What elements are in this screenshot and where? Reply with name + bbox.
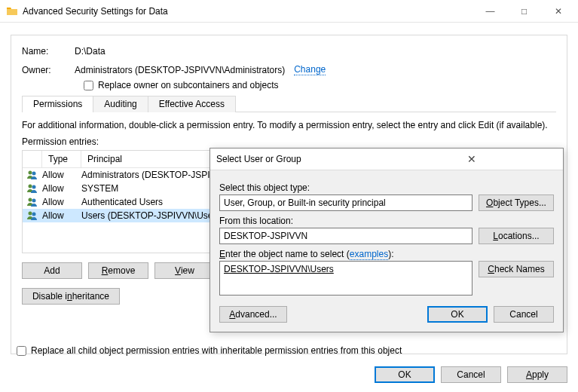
advanced-button[interactable]: Advanced... bbox=[219, 306, 287, 323]
svg-point-1 bbox=[32, 172, 36, 176]
view-button[interactable]: View bbox=[154, 262, 215, 279]
change-owner-link[interactable]: Change bbox=[294, 64, 326, 75]
remove-button[interactable]: Remove bbox=[88, 262, 148, 279]
disable-inheritance-button[interactable]: Disable inheritance bbox=[22, 288, 120, 305]
row-type: Allow bbox=[42, 183, 81, 194]
object-type-label: Select this object type: bbox=[219, 182, 554, 193]
people-icon bbox=[23, 169, 42, 181]
locations-button[interactable]: Locations... bbox=[479, 228, 554, 244]
object-name-field[interactable] bbox=[219, 261, 472, 296]
header-type[interactable]: Type bbox=[42, 151, 81, 167]
name-value: D:\Data bbox=[75, 46, 106, 57]
object-type-field[interactable] bbox=[219, 194, 472, 211]
ok-button[interactable]: OK bbox=[375, 366, 435, 383]
replace-all-label: Replace all child object permission entr… bbox=[31, 345, 402, 356]
tab-effective-access[interactable]: Effective Access bbox=[148, 96, 236, 112]
name-label: Name: bbox=[22, 46, 75, 57]
svg-point-2 bbox=[29, 185, 32, 188]
window-title: Advanced Security Settings for Data bbox=[23, 6, 473, 17]
tab-auditing[interactable]: Auditing bbox=[93, 96, 148, 112]
main-window-titlebar: Advanced Security Settings for Data — □ … bbox=[0, 0, 578, 23]
people-icon bbox=[23, 182, 42, 194]
tab-row: Permissions Auditing Effective Access bbox=[22, 95, 556, 112]
location-label: From this location: bbox=[219, 216, 554, 226]
svg-point-4 bbox=[29, 198, 32, 202]
add-button[interactable]: Add bbox=[22, 262, 82, 279]
folder-icon bbox=[6, 5, 18, 17]
row-type: Allow bbox=[42, 170, 81, 180]
dialog-title: Select User or Group bbox=[216, 154, 387, 164]
people-icon bbox=[23, 196, 42, 208]
row-type: Allow bbox=[42, 197, 81, 207]
enter-name-label: Enter the object name to select (example… bbox=[219, 249, 554, 259]
object-types-button[interactable]: Object Types... bbox=[479, 194, 554, 211]
tab-permissions[interactable]: Permissions bbox=[22, 96, 93, 112]
svg-point-7 bbox=[32, 213, 36, 216]
replace-owner-checkbox[interactable] bbox=[84, 81, 93, 90]
dialog-close-button[interactable]: ✕ bbox=[387, 153, 557, 165]
cancel-button[interactable]: Cancel bbox=[441, 366, 501, 383]
people-icon bbox=[23, 210, 42, 222]
apply-button[interactable]: Apply bbox=[507, 366, 567, 383]
replace-owner-label: Replace owner on subcontainers and objec… bbox=[98, 80, 278, 90]
svg-point-3 bbox=[32, 185, 36, 189]
dialog-cancel-button[interactable]: Cancel bbox=[494, 306, 554, 323]
select-user-dialog: Select User or Group ✕ Select this objec… bbox=[209, 148, 564, 332]
owner-label: Owner: bbox=[22, 65, 75, 75]
svg-point-6 bbox=[29, 212, 32, 216]
dialog-ok-button[interactable]: OK bbox=[427, 306, 488, 323]
replace-all-row: Replace all child object permission entr… bbox=[17, 345, 402, 356]
row-type: Allow bbox=[42, 210, 81, 221]
dialog-titlebar: Select User or Group ✕ bbox=[210, 149, 563, 170]
check-names-button[interactable]: Check Names bbox=[479, 261, 554, 277]
owner-value: Administrators (DESKTOP-JSPIVVN\Administ… bbox=[75, 65, 285, 75]
examples-link[interactable]: examples bbox=[350, 249, 388, 260]
minimize-button[interactable]: — bbox=[473, 1, 507, 22]
entries-label: Permission entries: bbox=[22, 136, 556, 147]
maximize-button[interactable]: □ bbox=[507, 1, 541, 22]
location-field[interactable] bbox=[219, 228, 472, 244]
replace-all-checkbox[interactable] bbox=[17, 346, 26, 356]
close-button[interactable]: ✕ bbox=[541, 1, 575, 22]
svg-point-5 bbox=[32, 199, 36, 203]
svg-point-0 bbox=[29, 171, 32, 175]
hint-text: For additional information, double-click… bbox=[22, 120, 556, 130]
